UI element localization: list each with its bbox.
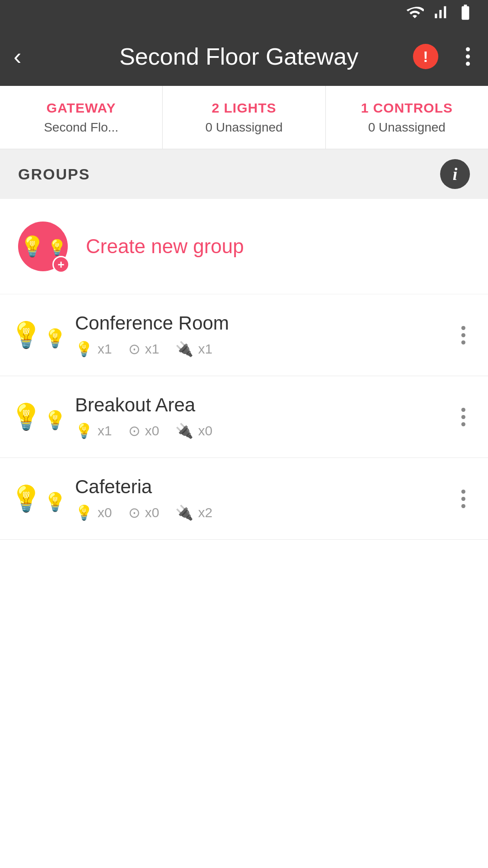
light-icon: 💡	[75, 422, 93, 439]
controls-stat: 🔌 x2	[175, 504, 212, 521]
control-icon: 🔌	[175, 340, 193, 358]
group-item[interactable]: 💡 💡 Breakout Area 💡 x1 ⊙ x0 🔌 x0	[0, 376, 488, 458]
info-button[interactable]: i	[440, 159, 470, 189]
more-dot-1	[461, 326, 465, 330]
group-bulb-icon: 💡 💡	[18, 402, 59, 432]
bulb-pair-icon: 💡 💡	[10, 484, 66, 514]
light-icon: 💡	[75, 340, 93, 358]
more-dot-3	[461, 422, 465, 426]
status-bar	[0, 0, 488, 27]
alert-icon: !	[423, 48, 428, 66]
controls-stat: 🔌 x0	[175, 422, 212, 439]
bulb-main-icon: 💡	[10, 402, 42, 432]
dot3	[466, 62, 470, 66]
bulb-small-icon: 💡	[44, 491, 66, 513]
tab-bar: GATEWAY Second Flo... 2 LIGHTS 0 Unassig…	[0, 86, 488, 149]
signal-icon	[431, 3, 449, 24]
more-dot-2	[461, 333, 465, 337]
bulb-cluster-inner: 💡 💡	[20, 235, 66, 258]
more-dot-1	[461, 490, 465, 494]
page-title: Second Floor Gateway	[30, 43, 447, 70]
controls-count: x1	[198, 341, 212, 357]
tab-gateway[interactable]: GATEWAY Second Flo...	[0, 86, 163, 149]
group-bulb-icon: 💡 💡	[18, 320, 59, 350]
back-button[interactable]: ‹	[14, 45, 21, 68]
tab-gateway-sub: Second Flo...	[44, 120, 118, 135]
group-info: Cafeteria 💡 x0 ⊙ x0 🔌 x2	[75, 476, 457, 521]
more-dot-2	[461, 415, 465, 419]
control-icon: 🔌	[175, 504, 193, 521]
bulb-main-icon: 💡	[10, 484, 42, 514]
wifi-icon	[406, 3, 424, 24]
groups-label: GROUPS	[18, 165, 90, 183]
lights-stat: 💡 x0	[75, 504, 112, 521]
bulb-small-icon: 💡	[44, 410, 66, 431]
sensor-icon: ⊙	[128, 422, 141, 439]
controls-count: x0	[198, 423, 212, 439]
tab-controls-sub: 0 Unassigned	[368, 120, 446, 135]
sensors-count: x0	[145, 505, 160, 520]
group-stats: 💡 x1 ⊙ x1 🔌 x1	[75, 340, 457, 358]
group-item[interactable]: 💡 💡 Cafeteria 💡 x0 ⊙ x0 🔌 x2	[0, 458, 488, 540]
group-more-button[interactable]	[457, 321, 470, 349]
more-menu-button[interactable]	[461, 43, 474, 71]
lights-count: x1	[98, 341, 112, 357]
more-dot-3	[461, 340, 465, 344]
group-bulb-icon: 💡 💡	[18, 484, 59, 514]
group-info: Breakout Area 💡 x1 ⊙ x0 🔌 x0	[75, 394, 457, 439]
more-dot-1	[461, 408, 465, 412]
sensor-icon: ⊙	[128, 504, 141, 521]
bulb-pair-icon: 💡 💡	[10, 320, 66, 350]
bulb-main-icon: 💡	[10, 320, 42, 350]
lights-count: x1	[98, 423, 112, 439]
group-more-button[interactable]	[457, 485, 470, 513]
controls-count: x2	[198, 505, 212, 520]
groups-header: GROUPS i	[0, 149, 488, 199]
more-dot-3	[461, 504, 465, 508]
tab-lights-sub: 0 Unassigned	[205, 120, 282, 135]
bulb-pair-icon: 💡 💡	[10, 402, 66, 432]
group-name: Breakout Area	[75, 394, 457, 416]
group-item[interactable]: 💡 💡 Conference Room 💡 x1 ⊙ x1 🔌 x1	[0, 294, 488, 376]
sensors-count: x0	[145, 423, 160, 439]
tab-gateway-label: GATEWAY	[47, 100, 116, 116]
dot2	[466, 55, 470, 59]
header: ‹ Second Floor Gateway !	[0, 27, 488, 86]
bulb-icon-1: 💡	[20, 235, 45, 258]
group-list: 💡 💡 Conference Room 💡 x1 ⊙ x1 🔌 x1	[0, 294, 488, 540]
group-name: Cafeteria	[75, 476, 457, 498]
bulb-small-icon: 💡	[44, 328, 66, 349]
alert-badge[interactable]: !	[413, 44, 438, 69]
group-name: Conference Room	[75, 312, 457, 334]
light-icon: 💡	[75, 504, 93, 521]
sensors-stat: ⊙ x0	[128, 504, 160, 521]
control-icon: 🔌	[175, 422, 193, 439]
sensors-count: x1	[145, 341, 160, 357]
tab-lights-label: 2 LIGHTS	[211, 100, 276, 116]
more-dot-2	[461, 497, 465, 501]
sensors-stat: ⊙ x0	[128, 422, 160, 439]
info-icon: i	[453, 164, 458, 184]
sensor-icon: ⊙	[128, 340, 141, 358]
lights-stat: 💡 x1	[75, 422, 112, 439]
dot1	[466, 47, 470, 52]
group-more-button[interactable]	[457, 403, 470, 431]
bulb-icon-2: 💡	[47, 238, 66, 256]
tab-lights[interactable]: 2 LIGHTS 0 Unassigned	[163, 86, 325, 149]
bulb-cluster-icon: 💡 💡 +	[18, 222, 68, 271]
controls-stat: 🔌 x1	[175, 340, 212, 358]
create-group-label: Create new group	[86, 235, 244, 258]
group-info: Conference Room 💡 x1 ⊙ x1 🔌 x1	[75, 312, 457, 358]
lights-count: x0	[98, 505, 112, 520]
plus-badge: +	[52, 256, 70, 273]
battery-icon	[456, 3, 474, 24]
create-group-icon: 💡 💡 +	[18, 222, 68, 271]
group-stats: 💡 x1 ⊙ x0 🔌 x0	[75, 422, 457, 439]
tab-controls-label: 1 CONTROLS	[361, 100, 453, 116]
tab-controls[interactable]: 1 CONTROLS 0 Unassigned	[326, 86, 488, 149]
sensors-stat: ⊙ x1	[128, 340, 160, 358]
lights-stat: 💡 x1	[75, 340, 112, 358]
group-stats: 💡 x0 ⊙ x0 🔌 x2	[75, 504, 457, 521]
create-group-button[interactable]: 💡 💡 + Create new group	[0, 199, 488, 294]
